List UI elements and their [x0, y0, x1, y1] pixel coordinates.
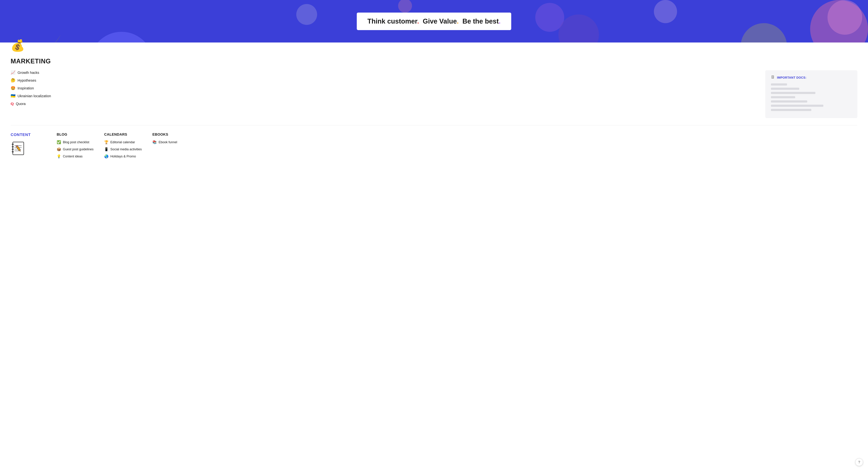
calendars-title: CALENDARS — [104, 132, 142, 136]
marketing-link-ukrainian[interactable]: 🇺🇦 Ukrainian localization — [11, 94, 758, 98]
svg-point-3 — [398, 0, 412, 13]
svg-rect-17 — [772, 77, 773, 78]
docs-line-3 — [771, 92, 815, 94]
docs-line-2 — [771, 88, 799, 90]
hero-tagline-box: Think customer. Give Value. Be the best. — [357, 12, 511, 30]
svg-point-10 — [654, 0, 677, 23]
hypotheses-icon: 🤔 — [11, 78, 16, 83]
docs-icon — [771, 75, 775, 80]
editorial-label: Editorial calendar — [111, 140, 135, 144]
marketing-layout: 📈 Growth hacks 🤔 Hypotheses 🤩 Inspiratio… — [11, 70, 857, 118]
svg-point-2 — [297, 4, 317, 25]
growth-hacks-icon: 📈 — [11, 70, 16, 75]
marketing-title: MARKETING — [11, 58, 857, 65]
ebook-funnel-icon: 📚 — [152, 140, 157, 144]
blog-checklist-label: Blog post checklist — [63, 140, 89, 144]
quora-icon: Q — [11, 101, 13, 106]
svg-point-9 — [558, 14, 599, 42]
docs-header: IMPORTANT DOCS: — [771, 75, 852, 80]
hero-tagline: Think customer. Give Value. Be the best. — [367, 18, 501, 25]
notebook-icon — [11, 140, 46, 160]
blog-link-guest-post[interactable]: 📦 Guest post guidelines — [57, 147, 94, 151]
svg-point-4 — [741, 23, 787, 42]
ukrainian-icon: 🇺🇦 — [11, 94, 16, 98]
svg-point-6 — [810, 0, 868, 42]
docs-line-1 — [771, 84, 787, 86]
social-media-label: Social media activities — [111, 148, 142, 151]
holidays-label: Holidays & Promo — [111, 155, 136, 158]
svg-point-8 — [535, 3, 564, 32]
docs-line-4 — [771, 96, 795, 98]
svg-point-7 — [828, 0, 862, 35]
marketing-link-growth-hacks[interactable]: 📈 Growth hacks — [11, 70, 758, 75]
calendar-link-holidays[interactable]: 🌏 Holidays & Promo — [104, 154, 142, 158]
calendars-column: CALENDARS 🏆 Editorial calendar 📱 Social … — [104, 132, 142, 161]
docs-title: IMPORTANT DOCS: — [777, 76, 807, 80]
svg-point-0 — [90, 32, 153, 42]
content-label: CONTENT — [11, 132, 46, 137]
content-ideas-label: Content ideas — [63, 155, 83, 158]
marketing-links: 📈 Growth hacks 🤔 Hypotheses 🤩 Inspiratio… — [11, 70, 758, 109]
guest-post-label: Guest post guidelines — [63, 148, 94, 151]
money-bag-emoji: 💰 — [11, 39, 25, 52]
social-media-icon: 📱 — [104, 147, 108, 151]
inspiration-label: Inspiration — [18, 86, 34, 90]
holidays-icon: 🌏 — [104, 154, 108, 158]
growth-hacks-label: Growth hacks — [18, 71, 39, 75]
ebook-link-funnel[interactable]: 📚 Ebook funnel — [152, 140, 188, 144]
blog-title: BLOG — [57, 132, 94, 136]
calendar-link-editorial[interactable]: 🏆 Editorial calendar — [104, 140, 142, 144]
content-column: CONTENT — [11, 132, 46, 161]
guest-post-icon: 📦 — [57, 147, 61, 151]
blog-link-checklist[interactable]: ✅ Blog post checklist — [57, 140, 94, 144]
blog-link-content-ideas[interactable]: 💡 Content ideas — [57, 154, 94, 158]
ebooks-title: EBOOKS — [152, 132, 188, 136]
quora-label: Quora — [16, 102, 26, 106]
editorial-icon: 🏆 — [104, 140, 108, 144]
content-ideas-icon: 💡 — [57, 154, 61, 158]
svg-rect-16 — [772, 77, 774, 77]
docs-line-5 — [771, 100, 807, 102]
marketing-link-hypotheses[interactable]: 🤔 Hypotheses — [11, 78, 758, 83]
svg-rect-15 — [772, 76, 773, 76]
hero-banner: Think customer. Give Value. Be the best. — [0, 0, 868, 42]
docs-line-6 — [771, 105, 824, 107]
main-content: 💰 MARKETING 📈 Growth hacks 🤔 Hypotheses … — [0, 42, 868, 168]
content-section: CONTENT — [11, 125, 857, 161]
ebooks-column: EBOOKS 📚 Ebook funnel — [152, 132, 188, 161]
hypotheses-label: Hypotheses — [18, 78, 36, 83]
blog-column: BLOG ✅ Blog post checklist 📦 Guest post … — [57, 132, 94, 161]
calendar-link-social-media[interactable]: 📱 Social media activities — [104, 147, 142, 151]
important-docs-box: IMPORTANT DOCS: — [765, 70, 857, 118]
docs-line-7 — [771, 109, 811, 111]
marketing-link-quora[interactable]: Q Quora — [11, 101, 758, 106]
checklist-icon: ✅ — [57, 140, 61, 144]
inspiration-icon: 🤩 — [11, 86, 16, 91]
ukrainian-label: Ukrainian localization — [18, 94, 51, 98]
marketing-link-inspiration[interactable]: 🤩 Inspiration — [11, 86, 758, 91]
ebook-funnel-label: Ebook funnel — [159, 140, 177, 144]
marketing-section: MARKETING 📈 Growth hacks 🤔 Hypotheses 🤩 … — [11, 58, 857, 118]
